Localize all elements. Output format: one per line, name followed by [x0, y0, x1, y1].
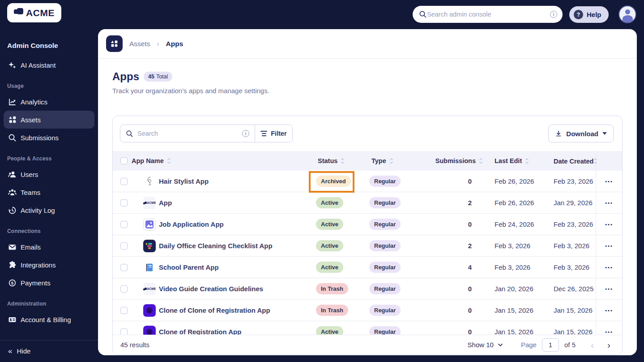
sidebar-item-emails[interactable]: Emails	[4, 238, 94, 256]
page-title: Apps	[112, 70, 139, 83]
sidebar-item-account-billing[interactable]: Account & Billing	[4, 310, 94, 328]
breadcrumb-assets-link[interactable]: Assets	[129, 40, 150, 48]
sort-icon[interactable]	[479, 158, 483, 164]
row-actions-button[interactable]: •••	[605, 243, 613, 249]
header-date-created[interactable]: Date Created	[554, 157, 593, 165]
svg-text:$: $	[11, 280, 14, 285]
row-checkbox[interactable]	[120, 242, 128, 250]
table-footer: 45 results Show 10 Page of 5 ‹ ›	[113, 335, 622, 354]
header-status[interactable]: Status	[316, 157, 345, 164]
collapse-chevrons-icon: «	[8, 347, 12, 355]
table-row: School Parent App Active Regular 4 Feb 3…	[113, 257, 622, 278]
hide-sidebar-button[interactable]: « Hide	[0, 342, 98, 359]
table-row: Hair Stylist App Archived Regular 0 Feb …	[113, 171, 622, 192]
sidebar-item-label: Account & Billing	[21, 316, 71, 323]
header-submissions[interactable]: Submissions	[435, 157, 483, 164]
type-badge: Regular	[369, 326, 401, 335]
previous-page-button[interactable]: ‹	[588, 340, 597, 349]
sort-icon[interactable]	[525, 158, 529, 164]
search-icon	[8, 134, 17, 142]
sidebar-section-people: People & Access	[0, 147, 98, 165]
row-actions-button[interactable]: •••	[605, 308, 613, 313]
row-checkbox[interactable]	[120, 328, 128, 335]
type-badge: Regular	[369, 262, 401, 273]
sidebar-item-payments[interactable]: $ Payments	[4, 274, 94, 292]
row-actions-button[interactable]: •••	[605, 329, 613, 335]
sidebar-section-connections: Connections	[0, 219, 98, 238]
last-edit-date: Jan 15, 2026	[486, 300, 554, 321]
user-avatar[interactable]	[618, 5, 636, 23]
row-actions-button[interactable]: •••	[605, 200, 613, 206]
row-checkbox[interactable]	[120, 307, 128, 314]
history-clock-icon	[8, 206, 17, 215]
hide-label: Hide	[17, 347, 30, 355]
sidebar-item-label: Users	[21, 171, 38, 178]
sidebar-item-label: Integrations	[21, 261, 55, 269]
help-button[interactable]: ? Help	[569, 6, 609, 23]
page-size-select[interactable]: Show 10	[468, 341, 503, 349]
table-search-input[interactable]	[137, 130, 238, 137]
page-number-input[interactable]	[542, 338, 559, 352]
info-icon[interactable]: i	[550, 11, 557, 18]
next-page-button[interactable]: ›	[605, 340, 613, 349]
last-edit-date: Feb 26, 2026	[486, 171, 554, 192]
row-checkbox[interactable]	[120, 221, 128, 228]
search-icon	[419, 10, 427, 18]
sidebar-item-assets[interactable]: Assets	[4, 111, 94, 129]
last-edit-date: Feb 3, 2026	[486, 257, 554, 278]
submissions-count: 2	[437, 235, 486, 256]
sidebar-item-integrations[interactable]: Integrations	[4, 256, 94, 274]
row-checkbox[interactable]	[120, 285, 128, 293]
filter-button[interactable]: Filter	[255, 125, 292, 142]
select-all-checkbox[interactable]	[120, 157, 128, 164]
status-badge: Active	[316, 262, 343, 273]
sidebar-item-label: Activity Log	[21, 207, 55, 214]
sidebar-item-activity-log[interactable]: Activity Log	[4, 201, 94, 219]
sidebar-item-label: Payments	[21, 279, 51, 287]
header-last-edit[interactable]: Last Edit	[495, 157, 529, 164]
sort-icon[interactable]	[341, 158, 345, 164]
results-count: 45 results	[120, 341, 149, 349]
row-checkbox[interactable]	[120, 178, 128, 185]
sidebar-item-teams[interactable]: Teams	[4, 183, 94, 201]
chevron-down-icon	[498, 343, 503, 347]
row-actions-button[interactable]: •••	[605, 222, 613, 227]
sort-icon[interactable]	[389, 158, 393, 164]
table-row: ACME Video Guide Creation Guidelines In …	[113, 278, 622, 300]
info-icon[interactable]: i	[242, 130, 249, 137]
sidebar-item-users[interactable]: Users	[4, 165, 94, 183]
type-badge: Regular	[369, 197, 401, 208]
acme-logo-icon: ACME	[143, 283, 156, 295]
row-actions-button[interactable]: •••	[605, 179, 613, 184]
question-mark-icon: ?	[574, 10, 583, 19]
date-created: Dec 26, 2025	[554, 278, 596, 299]
row-checkbox[interactable]	[120, 264, 128, 271]
type-badge: Regular	[369, 283, 401, 294]
sidebar-item-ai-assistant[interactable]: AI Assistant	[4, 56, 94, 74]
download-icon	[555, 130, 562, 137]
acme-logo[interactable]: ACME	[7, 3, 61, 22]
download-button[interactable]: Download	[548, 125, 614, 142]
sort-icon[interactable]	[593, 158, 597, 164]
robot-face-icon	[143, 304, 156, 317]
page-of-label: of 5	[564, 341, 576, 349]
analytics-icon	[8, 98, 17, 106]
date-created: Feb 23, 2026	[554, 214, 596, 235]
apps-table-card: i Filter Download App Name Status Type S…	[112, 116, 623, 355]
header-type[interactable]: Type	[369, 157, 393, 164]
row-actions-button[interactable]: •••	[605, 286, 613, 292]
sidebar-item-submissions[interactable]: Submissions	[4, 129, 94, 147]
date-created: Jan 15, 2026	[554, 321, 596, 335]
table-row: Clone of Clone of Registration App In Tr…	[113, 300, 622, 321]
last-edit-date: Feb 26, 2026	[486, 192, 554, 213]
submissions-count: 0	[437, 321, 486, 335]
sidebar-item-analytics[interactable]: Analytics	[4, 93, 94, 111]
submissions-count: 0	[437, 171, 486, 192]
date-created: Feb 3, 2026	[554, 235, 596, 256]
row-actions-button[interactable]: •••	[605, 265, 613, 270]
sort-icon[interactable]	[167, 158, 171, 164]
sidebar-section-administration: Administration	[0, 292, 98, 310]
admin-search-input[interactable]	[427, 11, 550, 18]
row-checkbox[interactable]	[120, 199, 128, 207]
header-app-name[interactable]: App Name	[132, 157, 171, 164]
